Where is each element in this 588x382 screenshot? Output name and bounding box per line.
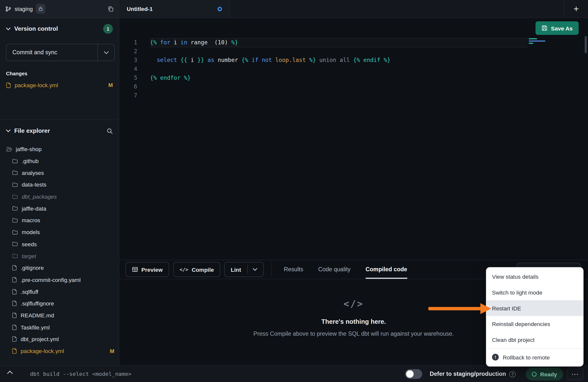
panel-tabs: ResultsCode qualityCompiled code: [284, 260, 407, 279]
panel-tab-code-quality[interactable]: Code quality: [318, 260, 351, 279]
tab-untitled-1[interactable]: Untitled-1: [119, 0, 230, 18]
tree-folder-jaffle-data[interactable]: jaffle-data: [0, 203, 119, 215]
code-line-3[interactable]: select {{ i }} as number {% if not loop.…: [150, 56, 528, 65]
folder-icon: [12, 182, 18, 187]
minimap[interactable]: [528, 37, 547, 105]
code-token: %}: [384, 57, 390, 63]
preview-button[interactable]: Preview: [126, 262, 169, 277]
branch-readonly-badge: [36, 4, 46, 14]
tree-file-README.md[interactable]: README.md: [0, 309, 119, 321]
file-search-button[interactable]: [107, 128, 113, 134]
tree-folder-models[interactable]: models: [0, 226, 119, 238]
chevron-down-icon: [253, 268, 257, 271]
tree-folder-macros[interactable]: macros: [0, 214, 119, 226]
code-token: [380, 57, 384, 63]
tree-file-dbt_project.yml[interactable]: dbt_project.yml: [0, 333, 119, 345]
alert-icon: !: [492, 354, 499, 360]
tree-item-label: macros: [22, 217, 40, 224]
tree-file-.sqlfluffignore[interactable]: .sqlfluffignore: [0, 298, 119, 309]
commit-and-sync-button[interactable]: Commit and sync: [6, 44, 115, 61]
minimap-mark: [529, 43, 533, 44]
tree-item-label: target: [22, 253, 36, 259]
preview-label: Preview: [141, 266, 163, 273]
collapse-panel-button[interactable]: [7, 370, 13, 375]
code-token: [204, 57, 208, 63]
compile-button[interactable]: </> Compile: [173, 262, 220, 277]
tree-folder-.github[interactable]: .github: [0, 155, 119, 167]
changed-file-package-lock.yml[interactable]: package-lock.ymlM: [0, 80, 119, 91]
changed-file-label: package-lock.yml: [15, 82, 58, 88]
code-token: loop.last: [275, 57, 306, 63]
save-as-button[interactable]: Save As: [535, 21, 579, 35]
tree-folder-data-tests[interactable]: data-tests: [0, 179, 119, 191]
file-explorer-header[interactable]: File explorer: [6, 124, 113, 137]
code-line-2[interactable]: [150, 47, 528, 56]
tree-file-.pre-commit-config.yaml[interactable]: .pre-commit-config.yaml: [0, 274, 119, 286]
menu-item-reinstall-dependencies[interactable]: Reinstall dependencies: [486, 316, 584, 332]
code-editor[interactable]: Save As 1234567 {% for i in range (10) %…: [119, 18, 588, 260]
button-divider: [247, 265, 248, 274]
tree-folder-dbt_packages[interactable]: dbt_packages: [0, 191, 119, 203]
tree-item-label: data-tests: [22, 182, 47, 188]
tree-folder-analyses[interactable]: analyses: [0, 167, 119, 179]
menu-item-label: Rollback to remote: [503, 354, 550, 360]
code-token: {%: [150, 75, 157, 81]
file-icon: [12, 348, 17, 354]
annotation-arrow: [428, 301, 493, 315]
status-badge[interactable]: Ready: [526, 368, 563, 380]
menu-item-restart-ide[interactable]: Restart IDE: [486, 300, 584, 316]
file-explorer-section: File explorer jaffle-shop.githubanalyses…: [0, 119, 119, 365]
panel-tab-results[interactable]: Results: [284, 260, 303, 279]
lint-button[interactable]: Lint: [224, 262, 264, 277]
save-icon: [542, 25, 548, 31]
tree-folder-seeds[interactable]: seeds: [0, 238, 119, 250]
table-icon: [132, 267, 138, 273]
menu-item-label: Clean dbt project: [492, 336, 535, 343]
line-number: 3: [119, 56, 137, 65]
menu-item-view-status-details[interactable]: View status details: [486, 269, 584, 285]
folder-icon: [12, 253, 18, 259]
menu-item-clean-dbt-project[interactable]: Clean dbt project: [486, 332, 584, 348]
tree-folder-jaffle-shop[interactable]: jaffle-shop: [0, 143, 119, 155]
code-line-7[interactable]: [150, 91, 528, 100]
help-icon[interactable]: ?: [509, 371, 516, 377]
code-token: for: [160, 39, 170, 46]
commit-options-toggle[interactable]: [98, 51, 115, 54]
folder-icon: [12, 206, 18, 211]
command-input[interactable]: dbt build --select <model_name>: [30, 366, 131, 382]
branch-name: staging: [15, 6, 33, 12]
tree-item-label: Taskfile.yml: [21, 324, 50, 330]
menu-item-switch-to-light-mode[interactable]: Switch to light mode: [486, 284, 584, 300]
code-token: [272, 57, 275, 63]
unsaved-dot-icon: [217, 6, 222, 11]
line-number: 1: [119, 38, 137, 47]
tree-item-label: jaffle-data: [22, 205, 46, 212]
editor-scrollbar[interactable]: [585, 36, 587, 53]
file-icon: [12, 265, 17, 271]
code-line-6[interactable]: [150, 82, 528, 91]
code-token: [157, 39, 160, 46]
panel-tab-compiled-code[interactable]: Compiled code: [366, 260, 407, 279]
version-control-header[interactable]: Version control 1: [6, 23, 113, 35]
editor-tab-bar: Untitled-1 +: [119, 0, 588, 18]
code-line-4[interactable]: [150, 65, 528, 74]
sidebar: staging Version control 1 Com: [0, 0, 119, 365]
new-tab-button[interactable]: +: [564, 0, 588, 18]
code-token: [150, 57, 157, 63]
code-line-5[interactable]: {% endfor %}: [150, 74, 528, 83]
defer-toggle[interactable]: [405, 369, 422, 379]
code-line-1[interactable]: {% for i in range (10) %}: [150, 38, 528, 47]
menu-item-label: Reinstall dependencies: [492, 321, 550, 327]
copy-branch-button[interactable]: [108, 6, 114, 12]
tree-folder-target[interactable]: target: [0, 250, 119, 262]
menu-item-rollback-to-remote[interactable]: !Rollback to remote: [486, 349, 584, 365]
tree-file-.sqlfluff[interactable]: .sqlfluff: [0, 286, 119, 298]
code-content[interactable]: {% for i in range (10) %} select {{ i }}…: [150, 38, 528, 100]
tree-item-label: dbt_project.yml: [21, 336, 59, 342]
compile-label: Compile: [192, 266, 214, 273]
tree-file-.gitignore[interactable]: .gitignore: [0, 262, 119, 274]
tree-file-package-lock.yml[interactable]: package-lock.ymlM: [0, 345, 119, 357]
more-options-button[interactable]: ⋯: [567, 368, 584, 380]
tree-file-Taskfile.yml[interactable]: Taskfile.yml: [0, 321, 119, 333]
toggle-knob: [406, 370, 413, 378]
